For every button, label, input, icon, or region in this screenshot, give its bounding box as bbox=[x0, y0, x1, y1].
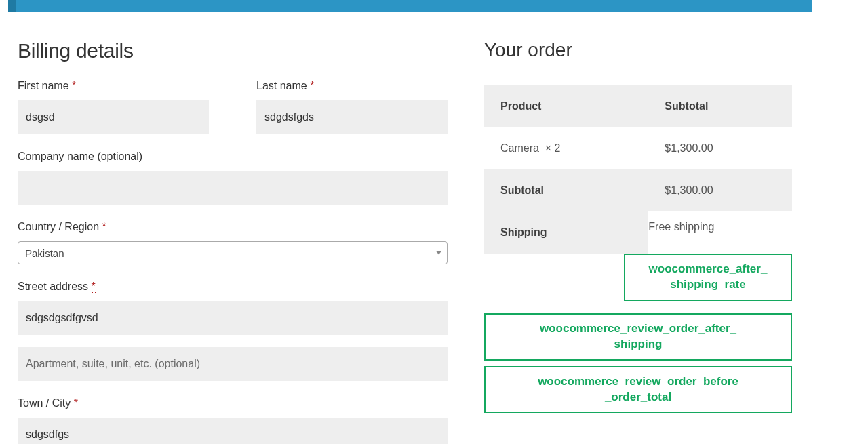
item-subtotal: $1,300.00 bbox=[648, 127, 792, 169]
street-field-2 bbox=[18, 347, 448, 381]
company-label: Company name (optional) bbox=[18, 150, 448, 163]
last-name-field: Last name * bbox=[256, 80, 448, 134]
country-label: Country / Region * bbox=[18, 221, 448, 233]
required-icon: * bbox=[310, 80, 314, 92]
hook-after-shipping-rate: woocommerce_after_shipping_rate bbox=[624, 254, 792, 301]
required-icon: * bbox=[102, 221, 106, 233]
order-item-row: Camera × 2 $1,300.00 bbox=[484, 127, 792, 169]
chevron-down-icon bbox=[436, 251, 441, 255]
required-icon: * bbox=[92, 281, 96, 293]
town-label: Town / City * bbox=[18, 397, 448, 409]
billing-heading: Billing details bbox=[18, 39, 448, 62]
order-heading: Your order bbox=[484, 39, 792, 61]
header-bar bbox=[8, 0, 812, 12]
street-field: Street address * bbox=[18, 281, 448, 335]
hook-review-before-total: woocommerce_review_order_before_order_to… bbox=[484, 366, 792, 413]
first-name-input[interactable] bbox=[18, 100, 209, 134]
company-field: Company name (optional) bbox=[18, 150, 448, 205]
subtotal-value: $1,300.00 bbox=[648, 169, 792, 211]
hook-text: woocommerce_after_shipping_rate bbox=[649, 262, 768, 291]
street-input-1[interactable] bbox=[18, 301, 448, 335]
town-field: Town / City * bbox=[18, 397, 448, 444]
required-icon: * bbox=[74, 397, 78, 409]
street-input-2[interactable] bbox=[18, 347, 448, 381]
billing-form: Billing details First name * Last name *… bbox=[18, 39, 448, 444]
item-qty: × 2 bbox=[545, 142, 561, 154]
town-input[interactable] bbox=[18, 418, 448, 444]
country-field: Country / Region * Pakistan bbox=[18, 221, 448, 264]
first-name-field: First name * bbox=[18, 80, 209, 134]
first-name-label: First name * bbox=[18, 80, 209, 92]
country-select[interactable]: Pakistan bbox=[18, 241, 448, 264]
subtotal-label: Subtotal bbox=[484, 169, 648, 211]
company-input[interactable] bbox=[18, 171, 448, 205]
hook-text: woocommerce_review_order_before_order_to… bbox=[538, 375, 738, 403]
hook-text: woocommerce_review_order_after_shipping bbox=[540, 322, 736, 350]
shipping-value: Free shipping bbox=[648, 211, 792, 254]
col-subtotal: Subtotal bbox=[648, 85, 792, 127]
last-name-label: Last name * bbox=[256, 80, 448, 92]
required-icon: * bbox=[72, 80, 76, 92]
street-label: Street address * bbox=[18, 281, 448, 293]
order-summary: Your order Product Subtotal Camera × 2 $… bbox=[484, 39, 822, 444]
col-product: Product bbox=[484, 85, 648, 127]
subtotal-row: Subtotal $1,300.00 bbox=[484, 169, 792, 211]
country-selected: Pakistan bbox=[25, 247, 64, 259]
last-name-input[interactable] bbox=[256, 100, 448, 134]
shipping-row: Shipping Free shipping bbox=[484, 211, 792, 254]
order-item-cell: Camera × 2 bbox=[484, 127, 648, 169]
hook-review-after-shipping: woocommerce_review_order_after_shipping bbox=[484, 313, 792, 361]
item-name: Camera bbox=[500, 142, 539, 154]
shipping-label: Shipping bbox=[484, 211, 648, 254]
order-table: Product Subtotal Camera × 2 $1,300.00 Su… bbox=[484, 85, 792, 254]
